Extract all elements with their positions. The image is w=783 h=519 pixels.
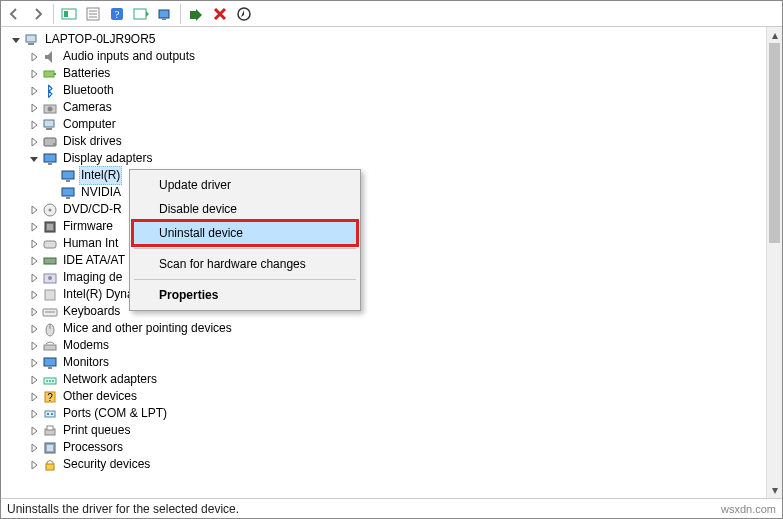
category-disk[interactable]: Disk drives: [9, 133, 782, 150]
bt-icon: ᛒ: [42, 83, 58, 99]
enable-button[interactable]: [185, 3, 207, 25]
expand-toggle[interactable]: [27, 407, 41, 421]
modem-icon: [42, 338, 58, 354]
category-other[interactable]: ?Other devices: [9, 388, 782, 405]
category-bt[interactable]: ᛒBluetooth: [9, 82, 782, 99]
expand-toggle[interactable]: [27, 288, 41, 302]
device-node[interactable]: Intel(R): [9, 167, 782, 184]
back-button[interactable]: [3, 3, 25, 25]
category-generic[interactable]: Intel(R) Dynamic Platform and Thermal Fr…: [9, 286, 782, 303]
svg-rect-10: [162, 18, 166, 20]
expand-toggle[interactable]: [27, 84, 41, 98]
expand-toggle[interactable]: [27, 322, 41, 336]
context-menu: Update driverDisable deviceUninstall dev…: [129, 169, 361, 311]
expand-toggle[interactable]: [27, 339, 41, 353]
menu-item[interactable]: Update driver: [133, 173, 357, 197]
expand-toggle[interactable]: [27, 101, 41, 115]
help-button[interactable]: ?: [106, 3, 128, 25]
device-label: NVIDIA: [79, 184, 123, 201]
scan-button[interactable]: [154, 3, 176, 25]
category-port[interactable]: Ports (COM & LPT): [9, 405, 782, 422]
action-button[interactable]: [130, 3, 152, 25]
battery-icon: [42, 66, 58, 82]
category-modem[interactable]: Modems: [9, 337, 782, 354]
menu-item[interactable]: Properties: [133, 283, 357, 307]
scroll-down-icon[interactable]: ▾: [767, 482, 782, 498]
category-monitor[interactable]: Monitors: [9, 354, 782, 371]
mouse-icon: [42, 321, 58, 337]
tree-root[interactable]: LAPTOP-0LJR9OR5: [9, 31, 782, 48]
svg-rect-14: [28, 43, 34, 45]
svg-rect-20: [44, 120, 54, 127]
svg-text:ᛒ: ᛒ: [46, 83, 54, 99]
category-mouse[interactable]: Mice and other pointing devices: [9, 320, 782, 337]
expand-toggle[interactable]: [27, 271, 41, 285]
device-node[interactable]: NVIDIA: [9, 184, 782, 201]
expand-toggle[interactable]: [27, 237, 41, 251]
svg-point-49: [52, 380, 54, 382]
scroll-thumb[interactable]: [769, 43, 780, 243]
category-label: Audio inputs and outputs: [61, 48, 197, 65]
category-label: IDE ATA/AT: [61, 252, 127, 269]
tree-area: LAPTOP-0LJR9OR5Audio inputs and outputsB…: [1, 27, 782, 498]
category-cpu[interactable]: Processors: [9, 439, 782, 456]
printer-icon: [42, 423, 58, 439]
category-label: Cameras: [61, 99, 114, 116]
monitor-icon: [60, 168, 76, 184]
category-security[interactable]: Security devices: [9, 456, 782, 473]
category-audio[interactable]: Audio inputs and outputs: [9, 48, 782, 65]
expand-toggle[interactable]: [27, 356, 41, 370]
expand-toggle[interactable]: [27, 441, 41, 455]
expand-toggle[interactable]: [27, 390, 41, 404]
category-pc[interactable]: Computer: [9, 116, 782, 133]
category-monitor[interactable]: Display adapters: [9, 150, 782, 167]
category-hid[interactable]: Human Int: [9, 235, 782, 252]
category-label: Imaging de: [61, 269, 124, 286]
expand-toggle[interactable]: [27, 135, 41, 149]
svg-point-23: [53, 143, 55, 145]
expand-toggle[interactable]: [27, 373, 41, 387]
category-label: Other devices: [61, 388, 139, 405]
properties-button[interactable]: [82, 3, 104, 25]
category-label: Human Int: [61, 235, 120, 252]
net-icon: [42, 372, 58, 388]
category-chip[interactable]: Firmware: [9, 218, 782, 235]
category-kbd[interactable]: Keyboards: [9, 303, 782, 320]
update-button[interactable]: [233, 3, 255, 25]
category-label: Mice and other pointing devices: [61, 320, 234, 337]
menu-item[interactable]: Disable device: [133, 197, 357, 221]
menu-divider: [134, 248, 356, 249]
expand-toggle[interactable]: [27, 152, 41, 166]
show-hidden-button[interactable]: [58, 3, 80, 25]
category-camera[interactable]: Cameras: [9, 99, 782, 116]
device-tree[interactable]: LAPTOP-0LJR9OR5Audio inputs and outputsB…: [1, 27, 782, 473]
expand-toggle[interactable]: [27, 118, 41, 132]
forward-button[interactable]: [27, 3, 49, 25]
scroll-up-icon[interactable]: ▴: [767, 27, 782, 43]
expand-toggle[interactable]: [27, 50, 41, 64]
category-optical[interactable]: DVD/CD-R: [9, 201, 782, 218]
expand-toggle[interactable]: [27, 424, 41, 438]
menu-item[interactable]: Uninstall device: [133, 221, 357, 245]
menu-item[interactable]: Scan for hardware changes: [133, 252, 357, 276]
expand-toggle[interactable]: [9, 33, 23, 47]
category-printer[interactable]: Print queues: [9, 422, 782, 439]
vertical-scrollbar[interactable]: ▴ ▾: [766, 27, 782, 498]
expand-toggle[interactable]: [27, 220, 41, 234]
expand-toggle[interactable]: [27, 305, 41, 319]
hid-icon: [42, 236, 58, 252]
expand-toggle[interactable]: [27, 203, 41, 217]
svg-rect-16: [54, 73, 56, 75]
expand-toggle[interactable]: [27, 458, 41, 472]
svg-text:?: ?: [115, 8, 120, 20]
category-label: Processors: [61, 439, 125, 456]
category-ide[interactable]: IDE ATA/AT: [9, 252, 782, 269]
category-imaging[interactable]: Imaging de: [9, 269, 782, 286]
kbd-icon: [42, 304, 58, 320]
category-battery[interactable]: Batteries: [9, 65, 782, 82]
expand-toggle[interactable]: [27, 254, 41, 268]
category-net[interactable]: Network adapters: [9, 371, 782, 388]
uninstall-button[interactable]: [209, 3, 231, 25]
separator: [53, 4, 54, 24]
expand-toggle[interactable]: [27, 67, 41, 81]
